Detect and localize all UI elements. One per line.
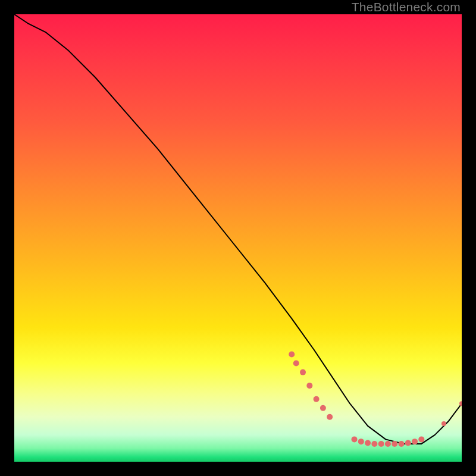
data-point (320, 405, 326, 411)
data-point (293, 361, 299, 367)
data-point (289, 352, 295, 358)
watermark-text: TheBottleneck.com (352, 0, 461, 14)
data-point (412, 439, 418, 444)
bottleneck-curve (14, 14, 462, 444)
data-point (392, 441, 397, 447)
data-point (418, 436, 424, 442)
data-point (385, 441, 391, 447)
data-point (306, 383, 312, 389)
data-point (358, 439, 364, 444)
curve-markers (289, 352, 462, 447)
data-point (352, 436, 358, 442)
data-point (300, 369, 306, 375)
data-point (371, 441, 377, 447)
data-point (405, 440, 411, 446)
data-point (459, 401, 462, 406)
plot-area (14, 14, 462, 462)
data-point (365, 440, 371, 446)
data-point (314, 396, 320, 402)
chart-svg (14, 14, 462, 462)
chart-stage: TheBottleneck.com (0, 0, 476, 476)
data-point (327, 414, 333, 420)
data-point (378, 441, 384, 447)
data-point (441, 421, 446, 426)
data-point (398, 441, 404, 447)
